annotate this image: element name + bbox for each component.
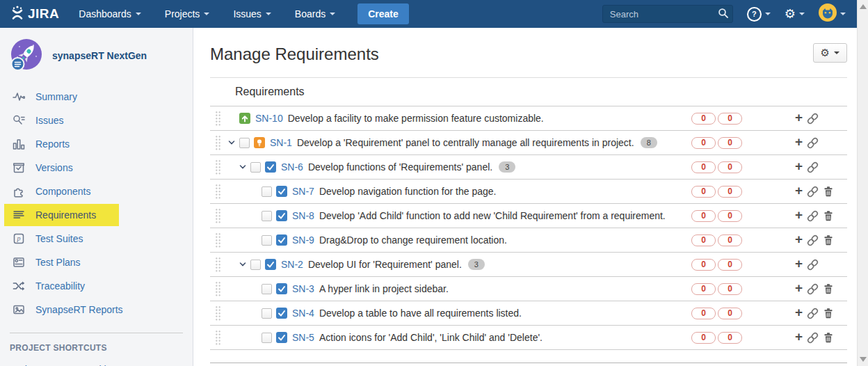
drag-handle[interactable] — [214, 183, 220, 200]
issue-key-link[interactable]: SN-9 — [292, 234, 314, 246]
drag-handle[interactable] — [214, 256, 220, 273]
row-select-checkbox[interactable] — [262, 284, 272, 294]
issue-key-link[interactable]: SN-5 — [292, 332, 314, 343]
sidebar-item-requirements[interactable]: Requirements — [0, 203, 193, 227]
help-menu[interactable]: ? — [747, 7, 771, 22]
row-select-checkbox[interactable] — [262, 211, 272, 221]
sidebar-item-summary[interactable]: Summary — [0, 85, 193, 109]
add-child-button[interactable]: + — [795, 258, 803, 269]
defect-count-badge[interactable]: 0 — [718, 308, 742, 319]
issue-key-link[interactable]: SN-2 — [281, 259, 303, 270]
nav-item-dashboards[interactable]: Dashboards — [79, 8, 141, 19]
sidebar-item-reports[interactable]: Reports — [0, 132, 193, 156]
delete-button[interactable] — [823, 186, 834, 197]
row-select-checkbox[interactable] — [239, 138, 250, 148]
test-case-count-badge[interactable]: 0 — [691, 283, 716, 295]
sidebar-item-traceability[interactable]: Traceability — [0, 274, 193, 298]
link-child-button[interactable] — [806, 307, 819, 320]
defect-count-badge[interactable]: 0 — [718, 113, 742, 125]
defect-count-badge[interactable]: 0 — [718, 332, 742, 344]
link-child-button[interactable] — [806, 331, 819, 344]
test-case-count-badge[interactable]: 0 — [691, 137, 716, 149]
issue-key-link[interactable]: SN-1 — [270, 137, 292, 148]
link-child-button[interactable] — [806, 161, 819, 174]
drag-handle[interactable] — [214, 305, 220, 321]
issue-key-link[interactable]: SN-10 — [255, 113, 283, 124]
issue-key-link[interactable]: SN-4 — [292, 308, 314, 319]
search-icon[interactable] — [718, 8, 729, 22]
sidebar-item-components[interactable]: Components — [0, 180, 193, 203]
link-child-button[interactable] — [806, 136, 819, 150]
collapse-chevron-icon[interactable] — [239, 163, 247, 171]
drag-handle[interactable] — [214, 329, 220, 346]
row-select-checkbox[interactable] — [262, 308, 272, 319]
shortcut-link-task-management[interactable]: Task management with JIRA — [0, 353, 193, 366]
add-child-button[interactable]: + — [795, 307, 803, 318]
row-select-checkbox[interactable] — [262, 235, 272, 246]
sidebar-item-versions[interactable]: Versions — [0, 156, 193, 180]
sidebar-item-test-plans[interactable]: Test Plans — [0, 250, 193, 274]
add-child-button[interactable]: + — [795, 234, 803, 245]
test-case-count-badge[interactable]: 0 — [691, 308, 716, 319]
row-select-checkbox[interactable] — [250, 162, 261, 173]
drag-handle[interactable] — [214, 110, 220, 127]
test-case-count-badge[interactable]: 0 — [691, 161, 716, 173]
link-child-button[interactable] — [806, 283, 819, 296]
page-scrollbar[interactable] — [857, 0, 868, 366]
defect-count-badge[interactable]: 0 — [718, 137, 742, 149]
drag-handle[interactable] — [214, 280, 220, 297]
add-child-button[interactable]: + — [795, 209, 803, 221]
row-select-checkbox[interactable] — [262, 186, 272, 197]
nav-item-boards[interactable]: Boards — [295, 8, 335, 19]
defect-count-badge[interactable]: 0 — [718, 161, 742, 173]
add-child-button[interactable]: + — [795, 136, 803, 148]
add-child-button[interactable]: + — [795, 331, 803, 342]
test-case-count-badge[interactable]: 0 — [691, 332, 716, 344]
defect-count-badge[interactable]: 0 — [718, 234, 742, 246]
drag-handle[interactable] — [214, 134, 220, 151]
admin-settings-menu[interactable]: ⚙ — [785, 8, 805, 20]
delete-button[interactable] — [823, 308, 834, 319]
defect-count-badge[interactable]: 0 — [718, 259, 742, 271]
nav-item-issues[interactable]: Issues — [233, 8, 271, 19]
delete-button[interactable] — [823, 234, 834, 246]
scrollbar-down-arrow-icon[interactable] — [860, 357, 867, 362]
drag-handle[interactable] — [214, 159, 220, 175]
row-select-checkbox[interactable] — [262, 333, 272, 343]
project-header[interactable]: synapseRT NextGen — [0, 28, 193, 74]
add-child-button[interactable]: + — [795, 283, 803, 294]
jira-logo[interactable]: JIRA — [10, 5, 59, 23]
sidebar-item-synapsert-reports[interactable]: SynapseRT Reports — [0, 298, 193, 321]
test-case-count-badge[interactable]: 0 — [691, 234, 716, 246]
test-case-count-badge[interactable]: 0 — [691, 186, 716, 198]
sidebar-item-test-suites[interactable]: pTest Suites — [0, 227, 193, 250]
defect-count-badge[interactable]: 0 — [718, 186, 742, 198]
link-child-button[interactable] — [806, 185, 819, 198]
link-child-button[interactable] — [806, 258, 819, 271]
drag-handle[interactable] — [214, 232, 220, 248]
link-child-button[interactable] — [806, 234, 819, 247]
issue-key-link[interactable]: SN-8 — [292, 210, 314, 221]
scrollbar-up-arrow-icon[interactable] — [860, 4, 867, 9]
defect-count-badge[interactable]: 0 — [718, 283, 742, 295]
defect-count-badge[interactable]: 0 — [718, 210, 742, 222]
user-profile-menu[interactable] — [819, 3, 846, 24]
search-input[interactable] — [602, 5, 733, 23]
add-child-button[interactable]: + — [795, 112, 803, 123]
issue-key-link[interactable]: SN-6 — [281, 161, 303, 173]
link-child-button[interactable] — [806, 112, 819, 125]
link-child-button[interactable] — [806, 209, 819, 223]
delete-button[interactable] — [823, 283, 834, 294]
add-child-button[interactable]: + — [795, 185, 803, 196]
test-case-count-badge[interactable]: 0 — [691, 113, 716, 125]
delete-button[interactable] — [823, 210, 834, 221]
create-button[interactable]: Create — [357, 3, 409, 24]
drag-handle[interactable] — [214, 207, 220, 224]
test-case-count-badge[interactable]: 0 — [691, 210, 716, 222]
page-settings-button[interactable]: ⚙ — [813, 43, 847, 63]
row-select-checkbox[interactable] — [250, 260, 261, 270]
add-child-button[interactable]: + — [795, 161, 803, 172]
collapse-chevron-icon[interactable] — [239, 260, 247, 269]
sidebar-item-issues[interactable]: Issues — [0, 109, 193, 132]
test-case-count-badge[interactable]: 0 — [691, 259, 716, 271]
